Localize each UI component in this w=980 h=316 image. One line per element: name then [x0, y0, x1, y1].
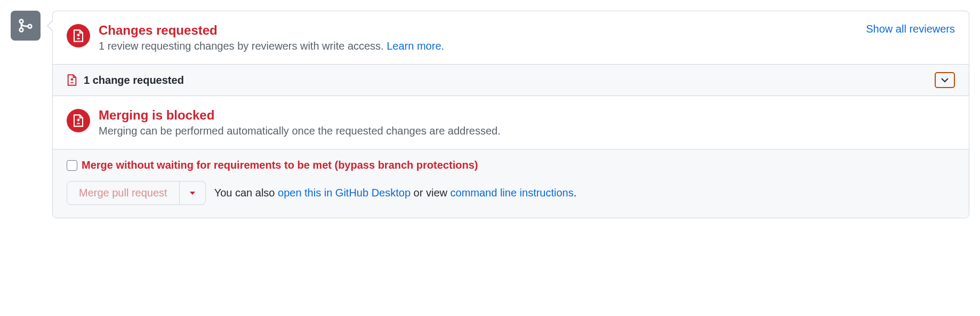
- bypass-checkbox[interactable]: [67, 160, 77, 171]
- change-requested-count: 1 change requested: [84, 74, 184, 86]
- merge-options-dropdown[interactable]: [180, 181, 206, 205]
- caret-down-icon: [189, 191, 196, 195]
- changes-requested-title: Changes requested: [99, 23, 218, 38]
- file-diff-icon: [73, 114, 84, 127]
- file-diff-badge: [67, 24, 90, 48]
- git-merge-badge: [11, 11, 41, 41]
- note-suffix: .: [574, 187, 577, 199]
- file-diff-icon: [67, 74, 77, 86]
- svg-point-2: [28, 25, 32, 28]
- merging-blocked-subtitle: Merging can be performed automatically o…: [99, 125, 955, 137]
- merge-status-panel: Changes requested Show all reviewers 1 r…: [52, 11, 969, 218]
- change-requested-row[interactable]: 1 change requested: [53, 64, 969, 96]
- file-diff-icon: [73, 29, 84, 42]
- merging-blocked-section: Merging is blocked Merging can be perfor…: [53, 96, 969, 149]
- changes-requested-subtitle: 1 review requesting changes by reviewers…: [99, 40, 955, 52]
- bypass-label[interactable]: Merge without waiting for requirements t…: [82, 159, 478, 171]
- learn-more-link[interactable]: Learn more.: [387, 40, 444, 52]
- expand-reviews-button[interactable]: [935, 72, 955, 88]
- note-mid: or view: [411, 187, 450, 199]
- show-all-reviewers-link[interactable]: Show all reviewers: [866, 23, 955, 35]
- merge-pull-request-button[interactable]: Merge pull request: [67, 181, 180, 205]
- cli-instructions-link[interactable]: command line instructions: [451, 187, 574, 199]
- changes-requested-section: Changes requested Show all reviewers 1 r…: [53, 11, 969, 64]
- merge-footer: Merge without waiting for requirements t…: [53, 149, 969, 218]
- svg-point-1: [20, 28, 23, 32]
- merge-note: You can also open this in GitHub Desktop…: [214, 187, 577, 199]
- chevron-down-icon: [941, 77, 949, 83]
- merge-button-group: Merge pull request: [67, 181, 206, 205]
- merging-blocked-title: Merging is blocked: [99, 108, 955, 123]
- subtitle-text: 1 review requesting changes by reviewers…: [99, 40, 387, 52]
- file-diff-badge: [67, 109, 90, 132]
- open-desktop-link[interactable]: open this in GitHub Desktop: [278, 187, 411, 199]
- git-merge-icon: [17, 17, 34, 34]
- note-prefix: You can also: [214, 187, 278, 199]
- svg-point-0: [20, 20, 23, 23]
